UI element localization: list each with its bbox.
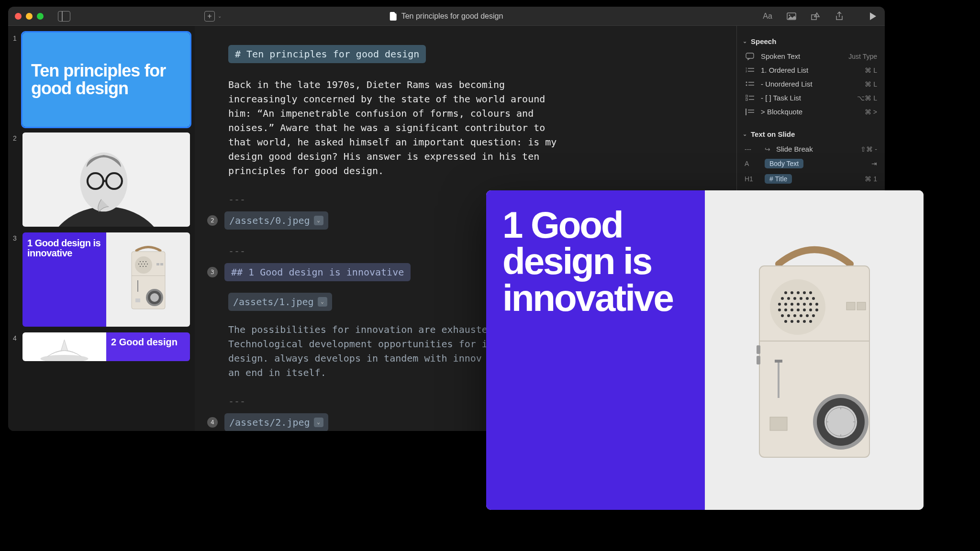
svg-point-58 [800,297,802,300]
svg-rect-24 [160,263,163,265]
inspector-blockquote[interactable]: > Blockquote ⌘ > [743,105,879,119]
blockquote-icon [745,109,755,115]
chevron-down-icon[interactable]: ⌄ [318,297,327,307]
svg-point-51 [791,291,793,294]
svg-rect-92 [775,360,782,363]
svg-rect-89 [757,345,760,354]
svg-rect-93 [770,417,787,430]
editor-heading[interactable]: # Ten principles for good design [228,45,426,63]
asset-chip[interactable]: /assets/2.jpeg ⌄ [224,413,328,431]
svg-point-29 [150,293,159,302]
svg-point-85 [809,320,812,323]
asset-path: /assets/0.jpeg [229,213,310,228]
svg-rect-87 [857,302,866,310]
svg-point-20 [140,266,141,267]
chevron-down-icon[interactable]: ⌄ [314,418,323,427]
svg-point-74 [815,309,818,311]
preview-right-panel [705,190,924,510]
svg-point-60 [812,297,815,300]
svg-text:2: 2 [746,70,747,73]
svg-point-57 [793,297,796,300]
inspector-ordered-list[interactable]: 12 1. Ordered List ⌘ L [743,63,879,77]
svg-point-83 [797,320,800,323]
asset-chip[interactable]: /assets/1.jpeg ⌄ [228,293,332,311]
slides-panel[interactable]: 1 Ten principles for good design 2 [8,26,195,431]
svg-point-18 [144,264,145,264]
svg-point-56 [787,297,790,300]
slide-thumb-3[interactable]: 1 Good design is innovative [22,232,190,327]
chevron-down-icon[interactable]: ⌄ [218,13,222,19]
title-pill: # Title [765,174,792,184]
slide-number: 1 [13,33,20,127]
play-icon[interactable] [868,11,878,22]
svg-point-73 [809,309,812,311]
inspector-task-list[interactable]: - [ ] Task List ⌥⌘ L [743,91,879,105]
ordered-list-icon: 12 [745,67,755,74]
svg-point-59 [806,297,809,300]
close-window-button[interactable] [15,13,22,20]
share-icon[interactable] [834,11,845,22]
preview-left-panel: 1 Good design is innovative [486,190,705,510]
slide-badge: 2 [207,215,218,226]
text-style-icon[interactable]: Aa [762,11,773,22]
inspector-body-text[interactable]: A Body Text ⇥ [743,156,879,171]
svg-point-75 [781,314,784,317]
titlebar-add-group: + ⌄ [204,11,222,22]
svg-point-77 [793,314,796,317]
body-text-pill: Body Text [765,159,803,168]
slide-thumb-1-row[interactable]: 1 Ten principles for good design [13,33,190,127]
inspector-unordered-list[interactable]: - Unordered List ⌘ L [743,77,879,91]
editor-paragraph-1[interactable]: Back in the late 1970s, Dieter Rams was … [228,77,563,178]
svg-point-1 [789,14,791,16]
svg-point-71 [797,309,800,311]
sidebar-toggle-icon[interactable] [58,11,70,22]
svg-rect-41 [746,95,747,97]
inspector-slide-break[interactable]: --- ↪ Slide Break ⇧⌘ - [743,142,879,156]
svg-point-76 [787,314,790,317]
window-controls [15,13,44,20]
slide-thumb-2-row[interactable]: 2 [13,132,190,227]
svg-point-50 [784,291,787,294]
svg-rect-90 [757,356,760,364]
slide-thumb-2[interactable] [22,132,190,227]
editor-subheading[interactable]: ## 1 Good design is innovative [224,263,411,281]
asset-chip[interactable]: /assets/0.jpeg ⌄ [224,211,328,230]
svg-point-39 [746,84,747,86]
svg-point-82 [791,320,793,323]
inspector-spoken-text[interactable]: Spoken Text Just Type [743,49,879,63]
inspector-text-on-slide-header[interactable]: ⌄ Text on Slide [743,130,879,138]
image-icon[interactable] [786,11,797,22]
svg-point-72 [803,309,806,311]
task-list-icon [745,95,755,101]
svg-point-52 [797,291,800,294]
slide-4-title: 2 Good design [111,337,185,347]
radio-icon [127,246,170,313]
document-icon [390,12,397,21]
slide-thumb-4[interactable]: 2 Good design [22,332,190,361]
svg-rect-91 [778,360,780,398]
inspector-title[interactable]: H1 # Title ⌘ 1 [743,171,879,187]
unordered-list-icon [745,81,755,88]
add-button[interactable]: + [204,11,215,22]
svg-rect-86 [846,302,855,310]
svg-marker-4 [870,12,876,20]
svg-rect-26 [137,280,138,292]
svg-point-70 [791,309,793,311]
shapes-icon[interactable] [810,11,821,22]
chevron-down-icon: ⌄ [743,38,747,44]
slide-thumb-4-row[interactable]: 4 2 Good design [13,332,190,361]
svg-rect-43 [746,99,747,100]
minimize-window-button[interactable] [26,13,33,20]
inspector-speech-header[interactable]: ⌄ Speech [743,37,879,45]
document-title-group: Ten principles for good design [390,12,503,21]
svg-point-22 [145,266,146,267]
svg-point-63 [791,303,793,306]
chevron-down-icon[interactable]: ⌄ [314,216,323,225]
slide-thumb-1[interactable]: Ten principles for good design [22,33,190,127]
maximize-window-button[interactable] [37,13,44,20]
svg-point-37 [746,81,747,83]
svg-point-31 [41,355,89,361]
svg-point-67 [815,303,818,306]
slide-thumb-3-row[interactable]: 3 1 Good design is innovative [13,232,190,327]
svg-point-80 [812,314,815,317]
